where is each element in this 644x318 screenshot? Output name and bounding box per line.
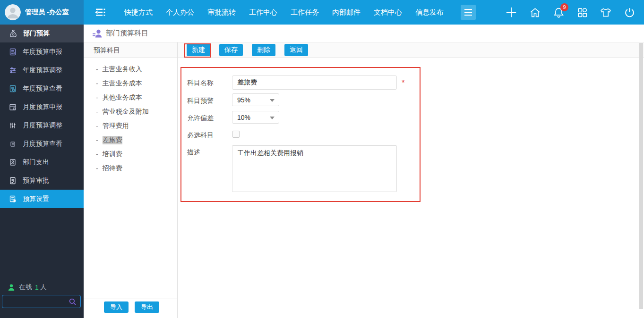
tree-item-entertainment-fee[interactable]: -招待费 bbox=[84, 161, 177, 176]
tree-dash: - bbox=[96, 122, 98, 130]
tree-item-main-revenue[interactable]: -主营业务收入 bbox=[84, 62, 177, 76]
sidebar-item-monthly-budget-declare[interactable]: 月度预算申报 bbox=[0, 98, 84, 116]
subject-name-input[interactable] bbox=[232, 75, 397, 90]
allowed-deviation-select[interactable]: 10% bbox=[232, 111, 279, 124]
sidebar-search bbox=[2, 295, 81, 308]
vertical-scrollbar[interactable] bbox=[639, 43, 643, 309]
sidebar-item-annual-budget-view[interactable]: 年度预算查看 bbox=[0, 79, 84, 98]
sidebar-item-label: 月度预算申报 bbox=[23, 103, 62, 111]
search-input[interactable] bbox=[2, 298, 69, 305]
sidebar-item-label: 部门支出 bbox=[23, 158, 49, 167]
power-icon[interactable] bbox=[623, 6, 635, 18]
sidebar-item-monthly-budget-adjust[interactable]: 月度预算调整 bbox=[0, 116, 84, 134]
online-count: 1 bbox=[35, 284, 39, 291]
online-unit: 人 bbox=[40, 283, 47, 292]
description-textarea[interactable]: 工作出差相关费用报销 bbox=[232, 145, 397, 192]
subject-person-icon bbox=[92, 29, 102, 38]
theme-shirt-icon[interactable] bbox=[600, 6, 612, 18]
tree-item-label: 差旅费 bbox=[103, 136, 122, 144]
document-view-icon bbox=[9, 85, 17, 92]
new-button[interactable]: 新建 bbox=[187, 44, 210, 56]
subject-tree: -主营业务收入 -主营业务成本 -其他业务成本 -营业税金及附加 -管理费用 -… bbox=[84, 62, 177, 176]
tree-item-main-cost[interactable]: -主营业务成本 bbox=[84, 76, 177, 91]
tree-item-business-tax[interactable]: -营业税金及附加 bbox=[84, 105, 177, 119]
tree-item-label: 培训费 bbox=[103, 150, 122, 159]
toolbar-buttons: 新建 保存 删除 返回 bbox=[187, 44, 308, 56]
small-document-icon bbox=[9, 140, 17, 148]
sidebar-item-budget-settings[interactable]: 预算设置 bbox=[0, 190, 84, 208]
sidebar-item-monthly-budget-view[interactable]: 月度预算查看 bbox=[0, 134, 84, 153]
sidebar-item-label: 预算审批 bbox=[23, 176, 49, 185]
top-right-icons: 9 bbox=[505, 0, 635, 25]
panel-divider bbox=[177, 42, 178, 318]
sidebar-item-budget-approval[interactable]: 预算审批 bbox=[0, 171, 84, 190]
export-button[interactable]: 导出 bbox=[135, 301, 159, 313]
tree-item-label: 其他业务成本 bbox=[103, 93, 142, 102]
notification-badge: 9 bbox=[560, 3, 568, 11]
sidebar-item-department-expense[interactable]: 部门支出 bbox=[0, 153, 84, 171]
nav-document-center[interactable]: 文档中心 bbox=[374, 8, 402, 17]
toolbar-row: 预算科目 新建 保存 删除 返回 bbox=[84, 42, 644, 58]
sidebar-item-annual-budget-adjust[interactable]: 年度预算调整 bbox=[0, 61, 84, 79]
sidebar-item-annual-budget-declare[interactable]: 年度预算申报 bbox=[0, 42, 84, 61]
document-approve-icon bbox=[9, 177, 17, 184]
subject-warning-select[interactable]: 95% bbox=[232, 93, 279, 106]
nav-work-tasks[interactable]: 工作任务 bbox=[291, 8, 319, 17]
subject-warning-label: 科目预警 bbox=[187, 97, 214, 105]
nav-info-publish[interactable]: 信息发布 bbox=[415, 8, 444, 17]
sidebar: 部门预算 年度预算申报 年度预算调整 年度预算查看 月度预算申报 月度预算调整 … bbox=[0, 25, 84, 318]
tree-dash: - bbox=[96, 151, 98, 158]
tree-item-training-fee[interactable]: -培训费 bbox=[84, 147, 177, 161]
tree-item-label: 管理费用 bbox=[103, 122, 129, 130]
money-bag-icon bbox=[9, 29, 18, 38]
sidebar-item-label: 月度预算调整 bbox=[23, 121, 62, 130]
apps-icon[interactable] bbox=[576, 6, 588, 18]
nav-personal-office[interactable]: 个人办公 bbox=[166, 8, 194, 17]
sidebar-item-label: 年度预算申报 bbox=[23, 48, 62, 56]
chevron-down-icon bbox=[270, 117, 275, 119]
user-area: 管理员 -办公室 bbox=[0, 0, 84, 25]
panel-footer-divider bbox=[84, 299, 177, 299]
bell-icon[interactable]: 9 bbox=[552, 6, 565, 18]
tree-dash: - bbox=[96, 80, 98, 87]
sidebar-header-label: 部门预算 bbox=[23, 29, 50, 38]
sidebar-item-label: 月度预算查看 bbox=[23, 140, 62, 148]
sidebar-item-label: 年度预算查看 bbox=[23, 84, 62, 93]
vertical-sliders-icon bbox=[9, 122, 17, 129]
hamburger-menu-icon[interactable] bbox=[461, 5, 476, 20]
nav-work-center[interactable]: 工作中心 bbox=[249, 8, 277, 17]
calendar-document-icon bbox=[9, 103, 17, 111]
back-button[interactable]: 返回 bbox=[284, 44, 308, 56]
tree-item-travel-expense[interactable]: -差旅费 bbox=[84, 133, 177, 147]
tree-item-other-cost[interactable]: -其他业务成本 bbox=[84, 91, 177, 105]
tree-item-label: 主营业务成本 bbox=[103, 79, 142, 88]
online-label: 在线 bbox=[19, 283, 32, 292]
collapse-menu-icon[interactable] bbox=[93, 6, 107, 18]
import-button[interactable]: 导入 bbox=[104, 301, 129, 313]
required-subject-label: 必选科目 bbox=[187, 131, 214, 140]
panel-title: 预算科目 bbox=[94, 42, 120, 58]
app-window: 快捷方式 个人办公 审批流转 工作中心 工作任务 内部邮件 文档中心 信息发布 … bbox=[0, 0, 644, 318]
nav-internal-mail[interactable]: 内部邮件 bbox=[332, 8, 361, 17]
document-edit-icon bbox=[9, 48, 17, 56]
delete-button[interactable]: 删除 bbox=[252, 44, 275, 56]
document-gear-icon bbox=[9, 195, 17, 203]
tree-dash: - bbox=[96, 136, 98, 144]
chevron-down-icon bbox=[270, 99, 275, 102]
plus-icon[interactable] bbox=[505, 6, 517, 18]
tree-item-label: 招待费 bbox=[103, 164, 122, 173]
search-icon[interactable] bbox=[69, 298, 77, 306]
user-name: 管理员 -办公室 bbox=[25, 8, 69, 17]
nav-shortcuts[interactable]: 快捷方式 bbox=[124, 8, 153, 17]
tree-item-management-fee[interactable]: -管理费用 bbox=[84, 119, 177, 133]
sidebar-item-label: 年度预算调整 bbox=[23, 66, 62, 75]
required-subject-checkbox[interactable] bbox=[232, 131, 240, 138]
user-avatar[interactable] bbox=[5, 4, 21, 20]
nav-approval-flow[interactable]: 审批流转 bbox=[207, 8, 236, 17]
tree-dash: - bbox=[96, 94, 98, 101]
save-button[interactable]: 保存 bbox=[219, 44, 243, 56]
home-icon[interactable] bbox=[529, 6, 541, 18]
sidebar-header-department-budget[interactable]: 部门预算 bbox=[0, 25, 84, 42]
page-title: 部门预算科目 bbox=[106, 29, 148, 38]
subject-name-label: 科目名称 bbox=[187, 79, 214, 87]
